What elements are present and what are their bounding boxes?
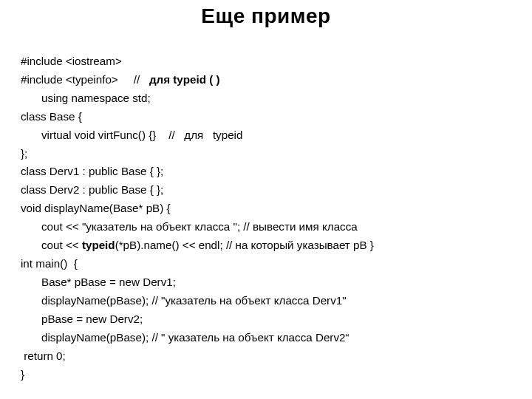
code-line: #include <typeinfo> //	[21, 73, 149, 86]
code-line: }	[21, 368, 24, 381]
code-line: #include <iostream>	[21, 55, 122, 67]
code-line: virtual void virtFunc() {} // для typeid	[41, 129, 242, 141]
code-line: cout <<	[41, 239, 82, 251]
code-line: };	[21, 147, 27, 160]
code-line: displayName(pBase); // " указатель на об…	[41, 331, 349, 344]
code-bold: typeid	[82, 239, 115, 251]
code-line: class Derv2 : public Base { };	[21, 183, 163, 196]
code-line: pBase = new Derv2;	[41, 313, 143, 325]
code-line: return 0;	[21, 349, 66, 362]
code-line: void displayName(Base* pB) {	[21, 202, 171, 214]
code-line: (*pB).name() << endl; // на который указ…	[115, 239, 374, 251]
code-line: class Base {	[21, 110, 82, 123]
code-line: Base* pBase = new Derv1;	[41, 276, 176, 288]
code-line: using namespace std;	[41, 92, 151, 104]
slide: Еще пример #include <iostream> #include …	[0, 0, 532, 399]
slide-title: Еще пример	[21, 4, 511, 28]
code-bold: для typeid ( )	[149, 73, 220, 86]
code-line: int main() {	[21, 257, 78, 270]
code-line: cout << "указатель на объект класса "; /…	[41, 220, 358, 233]
code-line: displayName(pBase); // "указатель на объ…	[41, 294, 347, 307]
code-line: class Derv1 : public Base { };	[21, 165, 163, 177]
code-block: #include <iostream> #include <typeinfo> …	[21, 34, 511, 384]
